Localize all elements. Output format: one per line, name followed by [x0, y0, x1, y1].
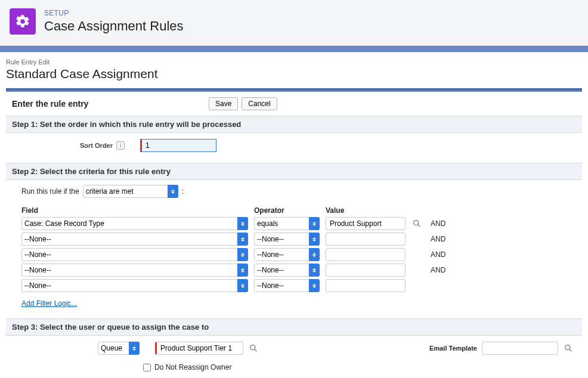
breadcrumb: Rule Entry Edit — [6, 55, 582, 66]
decorative-band — [0, 45, 588, 52]
step3-header: Step 3: Select the user or queue to assi… — [6, 318, 582, 336]
save-button[interactable]: Save — [209, 97, 238, 110]
setup-header: SETUP Case Assignment Rules — [0, 0, 588, 45]
email-template-input[interactable] — [482, 342, 558, 355]
col-header-value: Value — [326, 206, 406, 215]
col-header-field: Field — [21, 206, 248, 215]
step2-header: Step 2: Select the criteria for this rul… — [6, 163, 582, 180]
criteria-row: --None-- --None-- AND — [21, 233, 574, 246]
svg-line-1 — [418, 225, 420, 227]
criteria-row: --None-- --None-- AND — [21, 248, 574, 261]
criteria-field-select[interactable]: --None-- — [21, 279, 248, 292]
lead-title: Enter the rule entry — [12, 99, 209, 109]
add-filter-logic-link[interactable]: Add Filter Logic... — [21, 299, 77, 308]
criteria-row: Case: Case Record Type equals AND — [21, 217, 574, 230]
email-template-label: Email Template — [429, 345, 477, 352]
step1-header: Step 1: Set the order in which this rule… — [6, 116, 582, 133]
criteria-grid: Field Operator Value Case: Case Record T… — [14, 206, 574, 292]
criteria-field-select[interactable]: --None-- — [21, 233, 248, 246]
setup-page-title: Case Assignment Rules — [44, 18, 184, 34]
criteria-operator-select[interactable]: --None-- — [254, 248, 320, 261]
criteria-value-input[interactable] — [326, 217, 406, 230]
criteria-row: --None-- --None-- AND — [21, 264, 574, 277]
criteria-field-select[interactable]: --None-- — [21, 264, 248, 277]
svg-line-5 — [570, 349, 571, 351]
gear-icon — [10, 8, 36, 35]
assign-type-select[interactable]: Queue — [98, 342, 140, 355]
lead-section: Enter the rule entry Save Cancel — [6, 92, 582, 116]
criteria-operator-select[interactable]: --None-- — [254, 233, 320, 246]
conj-and: AND — [431, 266, 445, 274]
sort-order-label: Sort Order — [80, 142, 113, 149]
criteria-value-input[interactable] — [326, 279, 406, 292]
conj-and: AND — [431, 250, 445, 259]
criteria-field-select[interactable]: --None-- — [21, 248, 248, 261]
criteria-operator-select[interactable]: --None-- — [254, 264, 320, 277]
sort-order-input[interactable] — [140, 139, 216, 152]
criteria-operator-select[interactable]: equals — [254, 217, 320, 230]
svg-point-4 — [565, 345, 570, 350]
svg-point-0 — [414, 221, 419, 225]
lookup-icon[interactable] — [563, 343, 574, 354]
criteria-value-input[interactable] — [326, 233, 406, 246]
criteria-row: --None-- --None-- — [21, 279, 574, 292]
lookup-icon[interactable] — [411, 218, 422, 229]
svg-point-2 — [250, 345, 255, 350]
conj-and: AND — [431, 235, 445, 243]
page-title: Standard Case Assignment — [6, 66, 582, 88]
runif-suffix: : — [182, 187, 184, 196]
criteria-operator-select[interactable]: --None-- — [254, 279, 320, 292]
runif-prefix: Run this rule if the — [21, 187, 79, 196]
do-not-reassign-checkbox[interactable] — [143, 364, 151, 371]
do-not-reassign-label: Do Not Reassign Owner — [154, 363, 231, 371]
info-icon[interactable]: i — [116, 141, 125, 150]
criteria-field-select[interactable]: Case: Case Record Type — [21, 217, 248, 230]
criteria-value-input[interactable] — [326, 264, 406, 277]
col-header-operator: Operator — [254, 206, 320, 215]
conj-and: AND — [431, 219, 445, 228]
assign-value-input[interactable] — [155, 342, 243, 355]
svg-line-3 — [255, 349, 256, 351]
cancel-button[interactable]: Cancel — [242, 97, 277, 110]
criteria-value-input[interactable] — [326, 248, 406, 261]
setup-label: SETUP — [44, 9, 184, 17]
runif-select[interactable]: criteria are met — [83, 185, 178, 198]
lookup-icon[interactable] — [248, 343, 259, 354]
